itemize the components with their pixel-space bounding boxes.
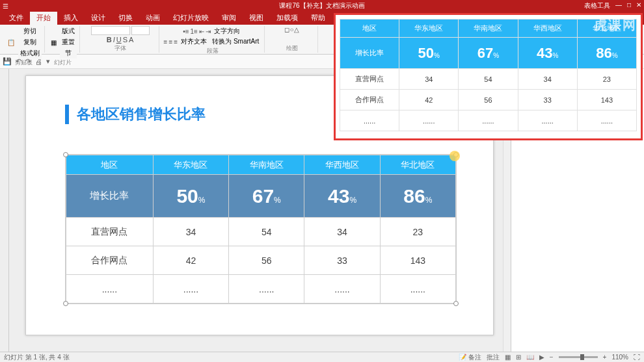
copy-button[interactable]: 复制 — [18, 37, 42, 47]
cell[interactable]: ...... — [380, 275, 455, 304]
th-north[interactable]: 华北地区 — [380, 155, 455, 175]
tab-review[interactable]: 审阅 — [215, 11, 243, 25]
table-row-ellipsis: ...... ...... ...... ...... ...... — [66, 275, 456, 304]
qat-redo-icon[interactable]: ↷ — [25, 57, 31, 66]
th-east[interactable]: 华东地区 — [153, 155, 228, 175]
zoom-out-button[interactable]: − — [550, 354, 554, 361]
cell-partner-label[interactable]: 合作网点 — [66, 246, 154, 275]
thumbnail-pane[interactable] — [0, 69, 9, 352]
qat-print-icon[interactable]: 🖨 — [35, 58, 42, 66]
zoom-level[interactable]: 110% — [611, 354, 628, 361]
qat-undo-icon[interactable]: ↶ — [16, 57, 21, 66]
text-direction-button[interactable]: 文字方向 — [212, 26, 242, 36]
strike-button[interactable]: S — [123, 36, 127, 44]
tab-view[interactable]: 视图 — [243, 11, 270, 25]
fit-window-icon[interactable]: ⛶ — [634, 354, 640, 361]
menu-icon[interactable]: ☰ — [3, 3, 8, 10]
tab-help[interactable]: 帮助 — [304, 11, 332, 25]
cell[interactable]: 54 — [229, 218, 304, 246]
th-west[interactable]: 华西地区 — [304, 155, 380, 175]
window-max-icon[interactable]: □ — [627, 1, 631, 10]
qat-save-icon[interactable]: 💾 — [3, 57, 12, 66]
smartart-button[interactable]: 转换为 SmartArt — [210, 36, 261, 47]
window-close-icon[interactable]: ✕ — [636, 1, 641, 10]
font-size-input[interactable] — [131, 26, 150, 35]
tab-file[interactable]: 文件 — [3, 11, 30, 25]
cell-growth-east[interactable]: 50% — [153, 175, 228, 218]
tab-design[interactable]: 设计 — [85, 11, 112, 25]
view-sorter-icon[interactable]: ⊞ — [516, 354, 521, 361]
slide-title[interactable]: 各地区销售增长比率 — [65, 105, 206, 124]
titlebar: ☰ 课程76【补充】文档演示动画 表格工具 — □ ✕ — [0, 0, 644, 12]
cell: 143 — [577, 90, 636, 110]
cell: 34 — [518, 69, 577, 90]
underline-button[interactable]: U — [116, 36, 122, 44]
cell[interactable]: ...... — [304, 275, 380, 304]
font-family-input[interactable] — [91, 26, 130, 35]
overlay-header: 地区 华东地区 华南地区 华西地区 华北地区 — [340, 19, 637, 38]
tab-transitions[interactable]: 切换 — [112, 11, 139, 25]
slide-counter[interactable]: 幻灯片 第 1 张, 共 4 张 — [4, 353, 70, 362]
data-table[interactable]: 地区 华东地区 华南地区 华西地区 华北地区 增长比率 50% 67% 43% … — [65, 154, 457, 304]
cell: 50% — [399, 38, 459, 69]
cell[interactable]: 23 — [380, 218, 455, 246]
cut-button[interactable]: 剪切 — [18, 26, 42, 36]
cell-growth-label[interactable]: 增长比率 — [66, 175, 154, 218]
resize-handle[interactable] — [63, 152, 68, 157]
cell-direct-label[interactable]: 直营网点 — [66, 218, 154, 246]
notes-button[interactable]: 📝 备注 — [459, 353, 481, 362]
paste-button[interactable]: 📋 — [5, 38, 17, 47]
cell[interactable]: 34 — [153, 218, 228, 246]
italic-button[interactable]: I — [113, 36, 115, 44]
comments-button[interactable]: 批注 — [487, 353, 500, 362]
resize-handle[interactable] — [453, 301, 459, 306]
zoom-slider[interactable] — [559, 356, 598, 358]
tab-slideshow[interactable]: 幻灯片放映 — [167, 11, 215, 25]
cell[interactable]: 34 — [304, 218, 380, 246]
cell[interactable]: 56 — [229, 246, 304, 275]
cell[interactable]: 143 — [380, 246, 455, 275]
bullets-button[interactable]: •≡ — [183, 28, 189, 35]
view-reading-icon[interactable]: 📖 — [526, 354, 534, 361]
cell[interactable]: ...... — [66, 275, 154, 304]
cell-growth-north[interactable]: 86% — [380, 175, 455, 218]
align-text-button[interactable]: 对齐文本 — [179, 36, 209, 47]
group-font: B I U S A 字体 — [81, 26, 159, 53]
tab-insert[interactable]: 插入 — [57, 11, 85, 25]
cell-growth-west[interactable]: 43% — [304, 175, 380, 218]
qat-more-icon[interactable]: ▾ — [46, 57, 50, 66]
reset-button[interactable]: 重置 — [60, 37, 77, 47]
layout-button[interactable]: 版式 — [60, 26, 77, 36]
group-slides: ▦ 版式 重置 节 幻灯片 — [46, 26, 80, 53]
align-right-button[interactable]: ≡ — [174, 38, 178, 45]
align-left-button[interactable]: ≡ — [164, 38, 168, 45]
tab-addins[interactable]: 加载项 — [270, 11, 304, 25]
cell: 合作网点 — [340, 90, 399, 110]
th-region[interactable]: 地区 — [66, 155, 154, 175]
view-slideshow-icon[interactable]: ▶ — [539, 354, 544, 361]
group-paragraph: •≡ 1≡ ⇤ ⇥ 文字方向 ≡ ≡ ≡ 对齐文本 转换为 SmartArt 段… — [161, 26, 265, 53]
view-normal-icon[interactable]: ▦ — [505, 354, 511, 361]
tab-animations[interactable]: 动画 — [139, 11, 167, 25]
zoom-in-button[interactable]: + — [603, 354, 607, 361]
bold-button[interactable]: B — [107, 36, 112, 44]
shapes-button[interactable]: ◻○△ — [284, 26, 299, 33]
tab-home[interactable]: 开始 — [30, 11, 57, 25]
cell[interactable]: 33 — [304, 246, 380, 275]
section-button[interactable]: 节 — [60, 48, 77, 58]
indent-inc-button[interactable]: ⇥ — [206, 28, 211, 35]
font-color-button[interactable]: A — [129, 36, 133, 44]
th-south[interactable]: 华南地区 — [229, 155, 304, 175]
cell[interactable]: ...... — [153, 275, 228, 304]
cell-growth-south[interactable]: 67% — [229, 175, 304, 218]
cell[interactable]: 42 — [153, 246, 228, 275]
window-min-icon[interactable]: — — [615, 1, 622, 10]
numbering-button[interactable]: 1≡ — [190, 28, 197, 35]
window-title: 课程76【补充】文档演示动画 — [279, 1, 364, 10]
resize-handle[interactable] — [63, 301, 68, 306]
new-slide-button[interactable]: ▦ — [49, 38, 59, 47]
cell[interactable]: ...... — [229, 275, 304, 304]
table-row-direct: 直营网点 34 54 34 23 — [66, 218, 456, 246]
indent-dec-button[interactable]: ⇤ — [199, 28, 204, 35]
align-center-button[interactable]: ≡ — [168, 38, 172, 45]
